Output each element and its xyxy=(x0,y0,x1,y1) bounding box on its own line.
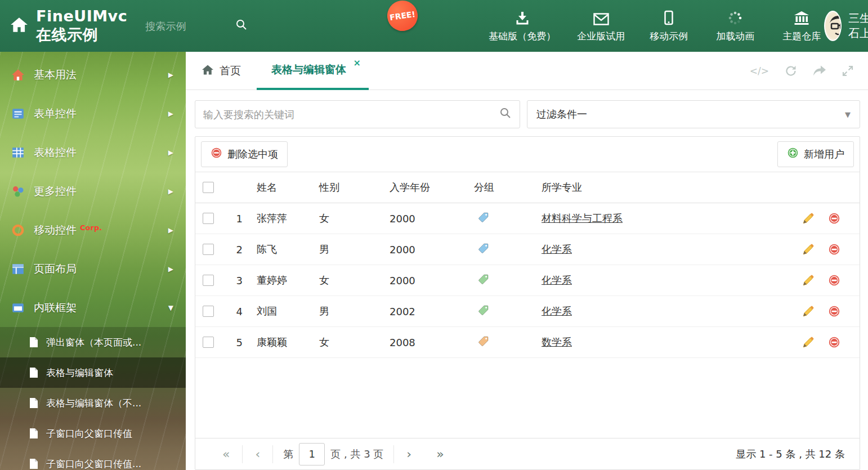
page-number-input[interactable] xyxy=(299,443,325,465)
content-area: 过滤条件一 ▼ 删除选中项 新增用户 xyxy=(186,90,868,470)
search-icon[interactable] xyxy=(499,107,512,122)
next-page-button[interactable]: › xyxy=(394,447,424,461)
cell-year: 2002 xyxy=(390,306,474,317)
share-icon[interactable] xyxy=(813,65,826,77)
chevron-right-icon: ▶ xyxy=(168,265,173,273)
column-year: 入学年份 xyxy=(390,181,474,194)
delete-row-icon[interactable] xyxy=(828,305,840,317)
sidebar-item-mobile-controls[interactable]: 移动控件Corp. ▶ xyxy=(0,211,186,249)
tab-active-label: 表格与编辑窗体 xyxy=(271,62,346,77)
search-icon[interactable] xyxy=(235,19,248,33)
row-checkbox[interactable] xyxy=(203,337,214,348)
expand-icon[interactable] xyxy=(842,65,853,77)
code-icon[interactable]: </> xyxy=(750,65,769,77)
row-number: 5 xyxy=(221,337,246,348)
grid-panel: 删除选中项 新增用户 姓名 性别 入学年份 分组 所学专业 xyxy=(195,136,860,470)
file-icon xyxy=(29,458,38,469)
chevron-down-icon: ▼ xyxy=(845,110,851,119)
major-link[interactable]: 化学系 xyxy=(542,305,572,317)
bank-icon xyxy=(794,10,809,25)
prev-page-button[interactable]: ‹ xyxy=(243,447,272,461)
first-page-button[interactable]: « xyxy=(210,447,242,461)
sidebar-item-more-controls[interactable]: 更多控件 ▶ xyxy=(0,172,186,211)
user-name: 三生石上 xyxy=(848,11,868,41)
edit-pencil-icon[interactable] xyxy=(802,305,815,317)
edit-pencil-icon[interactable] xyxy=(802,212,815,225)
free-badge: FREE! xyxy=(386,0,420,33)
sidebar-subitem[interactable]: 表格与编辑窗体（不... xyxy=(0,388,186,418)
nav-enterprise-trial[interactable]: 企业版试用 xyxy=(577,10,625,43)
sidebar-item-label: 更多控件 xyxy=(34,184,168,199)
row-checkbox[interactable] xyxy=(203,244,214,255)
delete-row-icon[interactable] xyxy=(828,243,840,256)
filter-dropdown[interactable]: 过滤条件一 ▼ xyxy=(527,100,860,128)
delete-row-icon[interactable] xyxy=(828,274,840,287)
row-checkbox[interactable] xyxy=(203,306,214,317)
user-menu[interactable]: 三生石上 ▼ xyxy=(824,11,868,41)
sidebar-item-label: 基本用法 xyxy=(34,68,168,82)
sidebar-subitem[interactable]: 表格与编辑窗体 xyxy=(0,357,186,388)
chevron-right-icon: ▶ xyxy=(168,226,173,234)
sidebar-item-page-layout[interactable]: 页面布局 ▶ xyxy=(0,249,186,288)
edit-pencil-icon[interactable] xyxy=(802,243,815,256)
edit-pencil-icon[interactable] xyxy=(802,274,815,287)
delete-row-icon[interactable] xyxy=(828,336,840,348)
avatar[interactable] xyxy=(824,11,842,41)
major-link[interactable]: 化学系 xyxy=(542,274,572,286)
add-user-button[interactable]: 新增用户 xyxy=(777,141,854,167)
sidebar-item-basic-usage[interactable]: 基本用法 ▶ xyxy=(0,55,186,94)
tag-icon xyxy=(477,335,490,350)
form-icon xyxy=(11,107,25,120)
delete-row-icon[interactable] xyxy=(828,212,840,225)
select-all-checkbox[interactable] xyxy=(203,182,214,193)
column-gender: 性别 xyxy=(319,181,390,194)
sidebar-subitem[interactable]: 子窗口向父窗口传值... xyxy=(0,449,186,470)
table-row: 5 康颖颖 女 2008 数学系 xyxy=(195,327,860,358)
edit-pencil-icon[interactable] xyxy=(802,336,815,348)
cell-year: 2000 xyxy=(390,244,474,256)
sidebar: 基本用法 ▶ 表单控件 ▶ 表格控件 ▶ 更多控件 ▶ xyxy=(0,52,186,470)
sidebar-subitem[interactable]: 子窗口向父窗口传值 xyxy=(0,418,186,449)
logo-group[interactable]: FineUIMvc在线示例 xyxy=(0,7,127,45)
row-checkbox[interactable] xyxy=(203,213,214,224)
cell-gender: 女 xyxy=(319,335,390,349)
cell-year: 2000 xyxy=(390,213,474,225)
sidebar-item-inline-frame[interactable]: 内联框架 ▼ xyxy=(0,288,186,327)
sidebar-subitem-label: 弹出窗体（本页面或... xyxy=(46,336,141,349)
sidebar-item-form-controls[interactable]: 表单控件 ▶ xyxy=(0,94,186,133)
nav-loading-animation[interactable]: 加载动画 xyxy=(713,10,758,43)
sidebar-submenu: 弹出窗体（本页面或... 表格与编辑窗体 表格与编辑窗体（不... 子窗口向父窗… xyxy=(0,327,186,470)
delete-selected-button[interactable]: 删除选中项 xyxy=(201,141,288,167)
header-search[interactable] xyxy=(145,19,248,33)
close-icon[interactable]: × xyxy=(354,57,361,68)
refresh-icon[interactable] xyxy=(785,65,797,77)
sidebar-menu: 基本用法 ▶ 表单控件 ▶ 表格控件 ▶ 更多控件 ▶ xyxy=(0,52,186,470)
table-icon xyxy=(11,146,25,159)
major-link[interactable]: 材料科学与工程系 xyxy=(542,212,623,224)
sidebar-item-table-controls[interactable]: 表格控件 ▶ xyxy=(0,133,186,172)
last-page-button[interactable]: » xyxy=(424,447,456,461)
layout-icon xyxy=(11,262,25,276)
table-empty-space xyxy=(195,358,860,438)
table-row: 1 张萍萍 女 2000 材料科学与工程系 xyxy=(195,203,860,234)
keyword-search-box[interactable] xyxy=(195,100,520,128)
row-checkbox[interactable] xyxy=(203,275,214,286)
keyword-search-input[interactable] xyxy=(203,109,499,120)
chevron-right-icon: ▶ xyxy=(168,71,173,79)
major-link[interactable]: 化学系 xyxy=(542,243,572,255)
header-search-input[interactable] xyxy=(145,20,230,32)
chevron-down-icon: ▼ xyxy=(168,304,173,312)
major-link[interactable]: 数学系 xyxy=(542,336,572,348)
sidebar-subitem-label: 子窗口向父窗口传值 xyxy=(46,427,132,440)
tag-icon xyxy=(477,304,490,319)
top-header: FineUIMvc在线示例 FREE! 基础版（免费） 企业版试用 移动示例 xyxy=(0,0,868,52)
nav-basic-free[interactable]: 基础版（免费） xyxy=(489,10,556,43)
file-icon xyxy=(29,397,38,409)
nav-label: 加载动画 xyxy=(716,30,754,43)
nav-theme-store[interactable]: 主题仓库 xyxy=(779,10,824,43)
sidebar-subitem[interactable]: 弹出窗体（本页面或... xyxy=(0,327,186,357)
cell-name: 刘国 xyxy=(246,305,319,318)
tab-grid-edit-window[interactable]: 表格与编辑窗体 × xyxy=(257,52,369,90)
tab-home[interactable]: 首页 xyxy=(186,52,257,89)
nav-mobile-demo[interactable]: 移动示例 xyxy=(646,10,691,43)
